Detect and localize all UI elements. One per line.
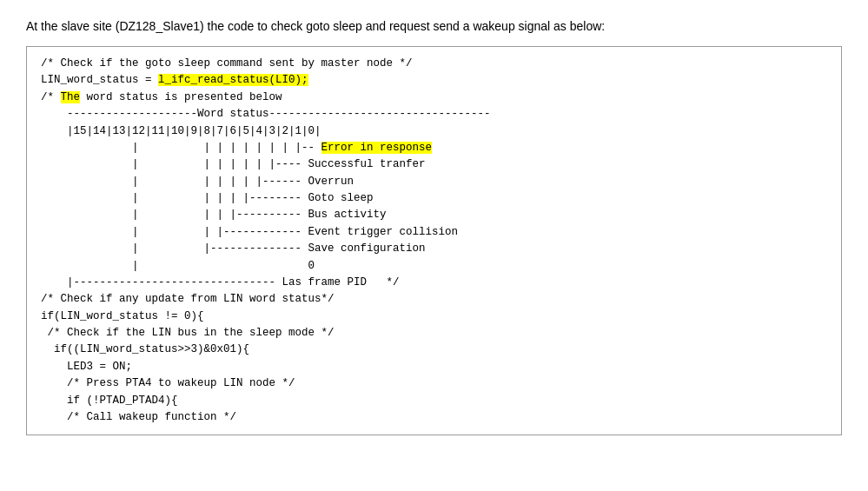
code-line-22: /* Call wakeup function */ — [41, 411, 236, 423]
code-line-11: | | |------------ Event trigger collisio… — [41, 226, 458, 238]
code-line-21: if (!PTAD_PTAD4){ — [41, 395, 178, 407]
code-line-9: | | | | |-------- Goto sleep — [41, 192, 374, 204]
code-line-12: | |-------------- Save configuration — [41, 242, 426, 255]
code-line-20: /* Press PTA4 to wakeup LIN node */ — [41, 377, 295, 389]
code-line-5: |15|14|13|12|11|10|9|8|7|6|5|4|3|2|1|0| — [41, 125, 321, 137]
code-line-10: | | | |---------- Bus activity — [41, 209, 387, 221]
code-line-16: if(LIN_word_status != 0){ — [41, 310, 204, 322]
highlight-error: Error in response — [321, 142, 433, 154]
code-line-6: | | | | | | | | |-- Error in response — [41, 142, 432, 154]
code-line-15: /* Check if any update from LIN word sta… — [41, 293, 335, 305]
code-block: /* Check if the goto sleep command sent … — [26, 46, 842, 435]
code-line-17: /* Check if the LIN bus in the sleep mod… — [41, 327, 335, 339]
intro-paragraph: At the slave site (DZ128_Slave1) the cod… — [26, 17, 842, 36]
code-line-3: /* The word status is presented below — [41, 91, 282, 103]
code-line-2: LIN_word_status = l_ifc_read_status(LI0)… — [41, 74, 308, 86]
code-line-14: |------------------------------- Las fra… — [41, 276, 400, 289]
code-line-4: --------------------Word status---------… — [41, 108, 491, 120]
code-line-19: LED3 = ON; — [41, 361, 132, 373]
code-line-1: /* Check if the goto sleep command sent … — [41, 57, 413, 70]
code-line-7: | | | | | | |---- Successful tranfer — [41, 158, 426, 170]
highlight-the: The — [61, 91, 81, 103]
code-line-13: | 0 — [41, 260, 315, 272]
code-line-18: if((LIN_word_status>>3)&0x01){ — [41, 343, 249, 355]
highlight-func: l_ifc_read_status(LI0); — [158, 74, 308, 86]
code-line-8: | | | | | |------ Overrun — [41, 176, 354, 188]
